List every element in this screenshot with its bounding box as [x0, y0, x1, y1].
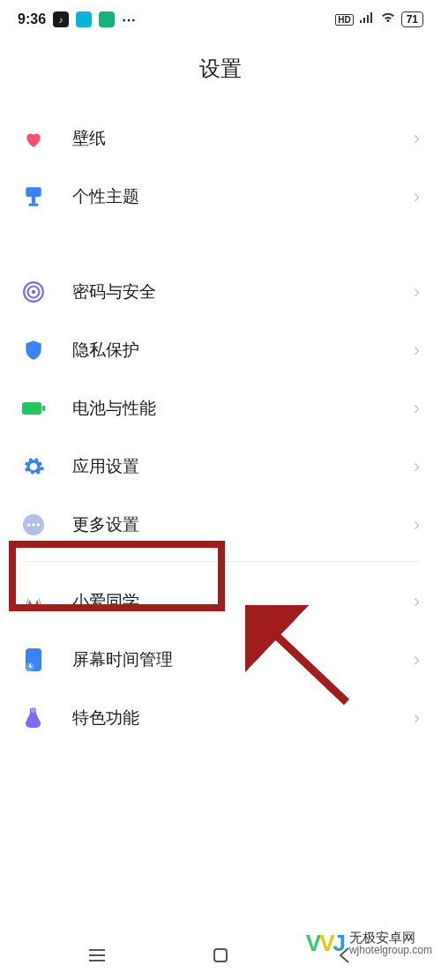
list-item-label: 小爱同学 [72, 590, 414, 613]
chevron-right-icon: › [414, 648, 420, 671]
tiktok-icon: ♪ [53, 11, 69, 27]
list-item-label: 应用设置 [72, 455, 414, 478]
settings-item-app-settings[interactable]: 应用设置 › [0, 438, 441, 496]
svg-point-11 [37, 523, 40, 526]
svg-point-10 [32, 523, 34, 526]
gear-icon [21, 454, 46, 479]
svg-rect-0 [26, 187, 41, 197]
svg-point-5 [32, 290, 35, 294]
more-notifications-icon: ⋯ [122, 11, 138, 28]
nav-recents-button[interactable] [79, 938, 115, 973]
list-item-label: 个性主题 [72, 185, 414, 208]
chevron-right-icon: › [414, 590, 420, 613]
settings-item-screen-time[interactable]: 屏幕时间管理 › [0, 631, 441, 689]
list-item-label: 密码与安全 [72, 281, 414, 303]
fingerprint-icon [21, 280, 46, 304]
settings-item-more-settings[interactable]: 更多设置 › [0, 496, 441, 554]
list-item-label: 壁纸 [72, 127, 414, 150]
signal-icon [359, 11, 375, 27]
more-icon [21, 512, 46, 537]
chevron-right-icon: › [414, 513, 420, 536]
settings-item-xiaoai[interactable]: 小爱同学 › [0, 572, 441, 631]
svg-rect-20 [214, 949, 227, 961]
svg-point-9 [27, 523, 30, 526]
chevron-right-icon: › [414, 455, 420, 478]
watermark-logo: VVJ [306, 930, 344, 957]
screen-time-icon [21, 647, 46, 672]
wifi-icon [380, 11, 396, 27]
chevron-right-icon: › [414, 127, 420, 150]
chevron-right-icon: › [414, 339, 420, 362]
chevron-right-icon: › [414, 397, 420, 420]
list-item-label: 隐私保护 [72, 339, 414, 362]
chevron-right-icon: › [414, 707, 420, 729]
mi-home-icon [99, 11, 115, 27]
settings-list: 壁纸 › 个性主题 › 密码与安全 › 隐私保护 › 电池与性能 › [0, 109, 441, 747]
svg-rect-6 [22, 402, 41, 415]
wallpaper-icon [21, 126, 46, 151]
xiaoai-icon [21, 589, 46, 614]
svg-rect-2 [29, 204, 39, 206]
nav-home-button[interactable] [203, 938, 238, 973]
settings-item-password-security[interactable]: 密码与安全 › [0, 263, 441, 321]
chevron-right-icon: › [414, 281, 420, 303]
hd-indicator: HD [335, 14, 353, 26]
list-item-label: 电池与性能 [72, 397, 414, 420]
status-time: 9:36 [18, 11, 46, 27]
divider [21, 561, 420, 562]
settings-item-wallpaper[interactable]: 壁纸 › [0, 109, 441, 168]
svg-rect-1 [32, 197, 35, 204]
list-item-label: 屏幕时间管理 [72, 648, 414, 671]
watermark: VVJ 无极安卓网 wjhotelgroup.com [306, 930, 432, 957]
settings-item-special-features[interactable]: 特色功能 › [0, 689, 441, 747]
list-item-label: 特色功能 [72, 707, 414, 729]
battery-icon [21, 396, 46, 421]
flask-icon [21, 706, 46, 730]
status-left: 9:36 ♪ ⋯ [18, 11, 138, 28]
status-bar: 9:36 ♪ ⋯ HD 71 [0, 0, 441, 35]
settings-item-privacy[interactable]: 隐私保护 › [0, 321, 441, 379]
svg-rect-7 [42, 406, 45, 411]
watermark-text: 无极安卓网 wjhotelgroup.com [349, 931, 432, 957]
status-right: HD 71 [335, 11, 423, 27]
page-title: 设置 [0, 35, 441, 109]
settings-item-battery-perf[interactable]: 电池与性能 › [0, 379, 441, 438]
list-item-label: 更多设置 [72, 513, 414, 536]
shield-icon [21, 338, 46, 363]
settings-item-themes[interactable]: 个性主题 › [0, 168, 441, 226]
battery-indicator: 71 [401, 11, 423, 27]
svg-point-14 [31, 707, 36, 713]
themes-icon [21, 184, 46, 209]
chevron-right-icon: › [414, 185, 420, 208]
message-app-icon [76, 11, 92, 27]
